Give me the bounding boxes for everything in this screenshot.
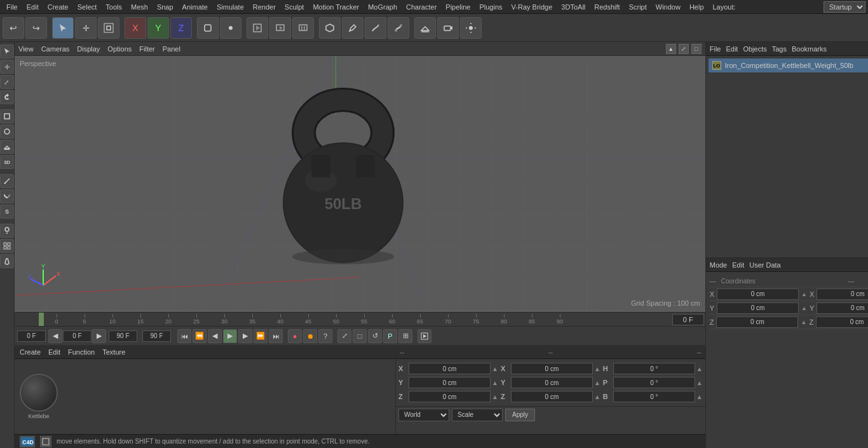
viewport-ctrl-minus[interactable]: ▲ (666, 44, 676, 54)
layout-select[interactable]: Startup (824, 1, 865, 13)
left-tool-move[interactable]: ✛ (0, 60, 14, 74)
menu-character[interactable]: Character (402, 2, 440, 12)
timeline-frame-input[interactable] (672, 314, 704, 325)
pos-y-input[interactable] (409, 377, 491, 388)
left-tool-sphere[interactable] (0, 125, 14, 139)
rotate-key-button[interactable]: ↺ (368, 329, 382, 343)
left-tool-cursor[interactable] (0, 44, 14, 58)
left-tool-grid[interactable] (0, 239, 14, 253)
scale-x-input[interactable] (511, 363, 593, 374)
select-tool-button[interactable] (52, 17, 74, 39)
pos-z-arrow[interactable]: ▲ (492, 393, 498, 400)
goto-end-button[interactable]: ⏭ (269, 329, 283, 343)
object-mode-button[interactable] (197, 17, 219, 39)
light-button[interactable] (460, 17, 482, 39)
end-frame-input[interactable] (109, 330, 137, 342)
attr-y-pos[interactable] (717, 302, 799, 314)
attr-x-pos[interactable] (717, 288, 799, 300)
menu-script[interactable]: Script (625, 2, 651, 12)
material-ball[interactable] (20, 374, 58, 412)
pos-key-button[interactable]: P (383, 329, 397, 343)
next-frame-button[interactable]: ▶ (238, 329, 252, 343)
status-viewport-icon[interactable] (40, 436, 51, 447)
x-axis-button[interactable]: X (125, 17, 146, 39)
left-tool-paint[interactable] (0, 224, 14, 238)
render-animation-button[interactable] (292, 17, 314, 39)
render-region-button[interactable] (247, 17, 268, 39)
attr-z-pos[interactable] (716, 316, 798, 328)
menu-mesh[interactable]: Mesh (127, 2, 152, 12)
attr-menu-mode[interactable]: Mode (710, 261, 728, 269)
menu-file[interactable]: File (3, 2, 22, 12)
apply-button[interactable]: Apply (505, 409, 535, 421)
render-preview-button[interactable] (417, 329, 431, 343)
left-tool-knife[interactable] (0, 174, 14, 188)
attr-x-size[interactable] (817, 288, 868, 300)
attr-y-size[interactable] (817, 302, 868, 314)
prev-frame-button[interactable]: ◀ (208, 329, 222, 343)
om-menu-objects[interactable]: Objects (743, 45, 766, 53)
scale-dropdown[interactable]: Scale (452, 409, 503, 421)
loop-button[interactable]: ? (318, 329, 332, 343)
next-key-button[interactable]: ⏩ (254, 329, 268, 343)
left-tool-box[interactable] (0, 109, 14, 123)
scale-x-arrow[interactable]: ▲ (594, 365, 600, 372)
attr-menu-userdata[interactable]: User Data (749, 261, 781, 269)
viewport-3d[interactable]: Perspective (15, 56, 705, 312)
viewport-ctrl-arrows[interactable]: ⤢ (679, 44, 689, 54)
menu-edit[interactable]: Edit (23, 2, 43, 12)
viewport-menu-view[interactable]: View (18, 45, 34, 53)
pos-x-arrow[interactable]: ▲ (492, 365, 498, 372)
scale-tool-button[interactable] (98, 17, 119, 39)
status-cinema4d-icon[interactable]: C4D (20, 436, 35, 447)
viewport-menu-cameras[interactable]: Cameras (41, 45, 70, 53)
render-picture-button[interactable] (269, 17, 291, 39)
viewport-menu-display[interactable]: Display (77, 45, 100, 53)
point-mode-button[interactable] (220, 17, 241, 39)
cube-button[interactable] (319, 17, 341, 39)
y-axis-button[interactable]: Y (147, 17, 169, 39)
left-tool-plane[interactable] (0, 140, 14, 154)
rot-h-arrow[interactable]: ▲ (696, 365, 703, 372)
grid-key-button[interactable]: ⊞ (398, 329, 412, 343)
record-button[interactable]: ● (288, 329, 302, 343)
mat-menu-edit[interactable]: Edit (48, 348, 60, 356)
om-menu-file[interactable]: File (710, 45, 721, 53)
menu-mograph[interactable]: MoGraph (364, 2, 401, 12)
rot-b-input[interactable] (613, 391, 695, 402)
floor-button[interactable] (414, 17, 436, 39)
end-frame-input2[interactable] (142, 330, 171, 342)
menu-3dtoall[interactable]: 3DToAll (557, 2, 589, 12)
mat-menu-function[interactable]: Function (68, 348, 95, 356)
om-menu-bookmarks[interactable]: Bookmarks (792, 45, 827, 53)
redo-button[interactable]: ↪ (25, 17, 47, 39)
menu-sculpt[interactable]: Sculpt (281, 2, 308, 12)
pos-x-input[interactable] (409, 363, 491, 374)
viewport-ctrl-lock[interactable]: □ (691, 44, 702, 54)
left-tool-scale[interactable]: ⤢ (0, 75, 14, 89)
left-tool-rotate[interactable] (0, 90, 14, 104)
move-key-button[interactable]: ⤢ (337, 329, 351, 343)
scale-y-arrow[interactable]: ▲ (594, 379, 600, 386)
scale-z-arrow[interactable]: ▲ (594, 393, 600, 400)
menu-snap[interactable]: Snap (153, 2, 177, 12)
mat-menu-create[interactable]: Create (20, 348, 41, 356)
camera-button[interactable] (437, 17, 459, 39)
menu-simulate[interactable]: Simulate (213, 2, 248, 12)
viewport-menu-filter[interactable]: Filter (139, 45, 154, 53)
om-menu-edit[interactable]: Edit (726, 45, 738, 53)
pos-y-arrow[interactable]: ▲ (492, 379, 498, 386)
rot-b-arrow[interactable]: ▲ (696, 393, 703, 400)
menu-vray[interactable]: V-Ray Bridge (508, 2, 557, 12)
step-fwd-input-btn[interactable]: ▶ (92, 329, 106, 343)
menu-pipeline[interactable]: Pipeline (442, 2, 474, 12)
deform-button[interactable] (388, 17, 409, 39)
menu-render[interactable]: Render (249, 2, 280, 12)
play-button[interactable]: ▶ (223, 329, 237, 343)
goto-start-button[interactable]: ⏮ (177, 329, 191, 343)
menu-create[interactable]: Create (44, 2, 72, 12)
om-menu-tags[interactable]: Tags (772, 45, 787, 53)
menu-animate[interactable]: Animate (179, 2, 212, 12)
scale-z-input[interactable] (511, 391, 593, 402)
viewport-menu-panel[interactable]: Panel (163, 45, 180, 53)
